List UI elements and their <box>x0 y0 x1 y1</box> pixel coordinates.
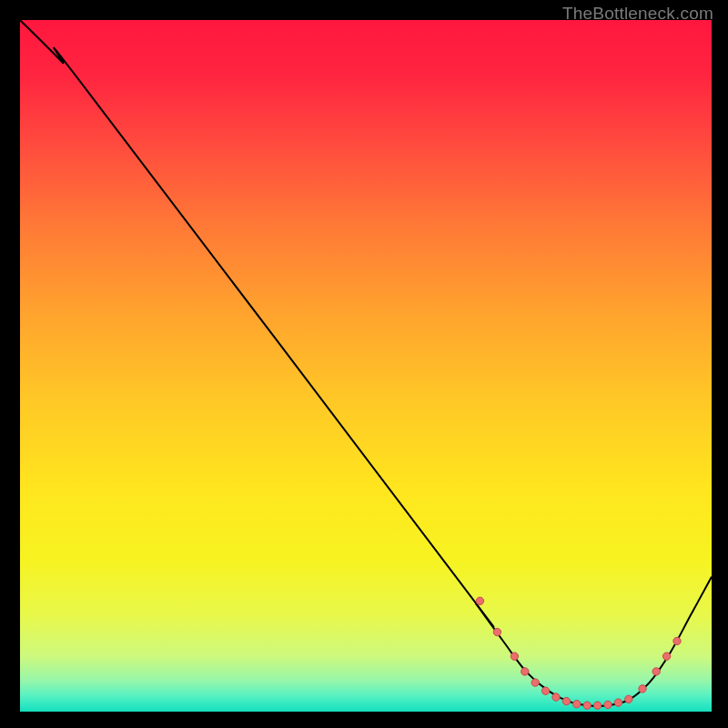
data-marker <box>652 668 660 675</box>
data-marker <box>552 693 560 701</box>
data-marker <box>476 597 483 604</box>
data-marker <box>604 701 612 708</box>
data-marker <box>662 652 670 660</box>
data-marker <box>531 679 539 686</box>
attribution-watermark: TheBottleneck.com <box>562 4 713 24</box>
data-marker <box>511 652 518 660</box>
data-marker <box>541 687 549 694</box>
data-marker <box>493 628 500 635</box>
data-marker <box>673 637 681 644</box>
data-marker <box>562 697 570 704</box>
bottleneck-curve-chart <box>20 20 712 712</box>
data-marker <box>593 702 601 709</box>
data-marker <box>583 702 591 709</box>
data-marker <box>573 700 581 707</box>
chart-stage: TheBottleneck.com <box>0 0 728 728</box>
data-marker <box>614 699 622 706</box>
gradient-background <box>20 20 712 712</box>
data-marker <box>521 668 529 675</box>
data-marker <box>625 695 632 703</box>
plot-area <box>20 20 712 712</box>
data-marker <box>639 685 646 693</box>
